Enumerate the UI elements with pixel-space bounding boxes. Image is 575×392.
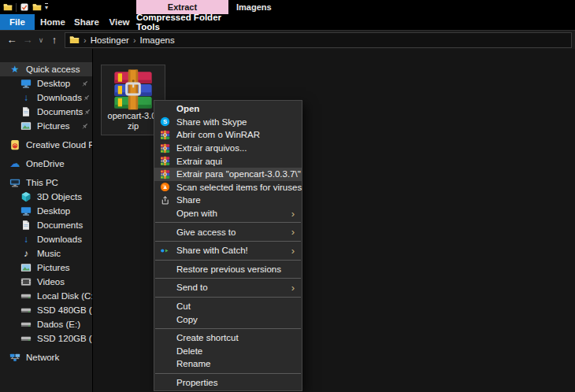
menu-item-label: Delete [176,346,202,356]
sidebar-item-quick-access[interactable]: ★ Quick access [0,62,92,76]
blank-icon-slot [159,282,171,294]
drive-icon [20,305,32,316]
menu-item-share[interactable]: Share [154,194,302,207]
menu-item-send-to[interactable]: Send to › [154,281,302,294]
catch-icon [159,245,171,257]
blank-icon-slot [159,226,171,238]
back-button[interactable]: ← [5,34,19,46]
customize-qat-dropdown-icon[interactable]: ▾ [45,3,48,11]
menu-item-share-with-catch[interactable]: Share with Catch! › [154,244,302,257]
sidebar-item-label: Local Disk (C:) [37,291,93,301]
sidebar-item-this-pc[interactable]: This PC [0,176,92,190]
tab-home[interactable]: Home [35,14,71,30]
forward-button[interactable]: → [20,34,35,46]
menu-item-share-with-skype[interactable]: Share with Skype [154,116,302,129]
window-title: Imagens [236,0,272,14]
menu-item-cut[interactable]: Cut [154,300,302,313]
menu-item-delete[interactable]: Delete [154,345,302,358]
sidebar-item-label: 3D Objects [37,192,89,202]
sidebar-item-local-disk-c[interactable]: Local Disk (C:) [0,289,92,303]
menu-item-rename[interactable]: Rename [154,357,302,371]
properties-check-icon[interactable] [20,2,29,12]
sidebar-item-label: Pictures [37,121,80,131]
breadcrumb-imagens[interactable]: Imagens [140,35,175,45]
sidebar-item-documents[interactable]: Documents [0,218,92,232]
menu-item-abrir-com-winrar[interactable]: Abrir com o WinRAR [154,128,302,142]
sidebar-item-pictures-pinned[interactable]: Pictures [0,119,92,133]
skype-icon [159,116,171,128]
sidebar-item-downloads-pinned[interactable]: ↓ Downloads [0,91,92,105]
blank-icon-slot [159,313,171,325]
menu-item-extrair-para-opencart[interactable]: Extrair para "opencart-3.0.3.7\" [154,168,302,181]
file-name-line2: zip [128,121,139,131]
sidebar-item-onedrive[interactable]: ☁ OneDrive [0,157,92,171]
up-button[interactable]: ↑ [47,34,61,46]
sidebar-item-ssd-480gb-d[interactable]: SSD 480GB (D:) [0,303,92,317]
menu-item-extrair-aqui[interactable]: Extrair aqui [154,154,302,168]
menu-item-label: Properties [176,378,217,387]
sidebar-item-documents-pinned[interactable]: Documents [0,105,92,119]
menu-item-copy[interactable]: Copy [154,312,302,326]
breadcrumb-hostinger[interactable]: Hostinger [91,35,129,45]
sidebar-item-label: Pictures [37,263,89,272]
chevron-right-icon: › [83,35,87,45]
winrar-icon [159,168,171,180]
address-input[interactable]: › Hostinger › Imagens [65,32,572,48]
pin-icon [83,108,91,116]
drive-icon [20,319,32,330]
avast-icon [159,181,171,193]
menu-item-scan-selected-items-for-viruses[interactable]: Scan selected items for viruses [154,181,302,194]
sidebar-item-pictures[interactable]: Pictures [0,261,92,275]
sidebar-item-music[interactable]: ♪ Music [0,246,92,261]
menu-item-extrair-arquivos[interactable]: Extrair arquivos... [154,142,302,155]
chevron-right-icon: › [291,209,295,219]
share-icon [159,194,171,206]
divider [16,3,17,12]
sidebar-item-label: SSD 480GB (D:) [37,305,93,315]
sidebar-item-desktop-pinned[interactable]: Desktop [0,76,92,91]
menu-item-label: Create shortcut [176,333,239,342]
sidebar-item-desktop[interactable]: Desktop [0,204,92,218]
tab-file[interactable]: File [0,14,35,30]
recent-locations-dropdown-icon[interactable]: ∨ [36,36,46,44]
winrar-archive-icon [111,67,155,111]
blank-icon-slot [159,263,171,275]
music-note-icon: ♪ [20,248,32,259]
sidebar-item-creative-cloud-files[interactable]: Creative Cloud Files [0,138,92,152]
menu-item-open-with[interactable]: Open with › [154,207,302,220]
sidebar-item-label: Downloads [37,93,82,102]
menu-item-give-access-to[interactable]: Give access to › [154,225,302,239]
folder-icon[interactable] [3,2,13,12]
menu-item-label: Share with Skype [176,117,247,127]
sidebar-item-label: Network [26,353,89,362]
winrar-icon [159,155,171,167]
blank-icon-slot [159,332,171,344]
new-folder-icon[interactable] [32,2,42,12]
sidebar-item-ssd-120gb-f[interactable]: SSD 120GB (F:) [0,331,92,346]
blank-icon-slot [159,208,171,220]
menu-separator [155,278,301,279]
menu-item-restore-previous-versions[interactable]: Restore previous versions [154,263,302,276]
sidebar-item-dados-e[interactable]: Dados (E:) [0,317,92,331]
chevron-right-icon: › [291,227,295,237]
menu-item-open[interactable]: Open [154,102,302,116]
sidebar-item-3d-objects[interactable]: 3D Objects [0,190,92,204]
blank-icon-slot [159,345,171,357]
contextual-tab-extract[interactable]: Extract [136,0,228,14]
sidebar-item-downloads[interactable]: ↓ Downloads [0,232,92,246]
context-menu: Open Share with Skype Abrir com o WinRAR… [154,100,302,391]
sidebar-item-label: Dados (E:) [37,320,89,329]
pictures-icon [20,262,32,273]
tab-compressed-folder-tools[interactable]: Compressed Folder Tools [136,14,228,30]
sidebar-item-videos[interactable]: Videos [0,275,92,289]
tab-view[interactable]: View [102,14,136,30]
winrar-icon [159,142,171,154]
menu-item-properties[interactable]: Properties [154,376,302,390]
tab-share[interactable]: Share [71,14,102,30]
address-bar: ← → ∨ ↑ › Hostinger › Imagens [0,30,575,49]
menu-item-label: Open with [176,209,217,218]
menu-item-create-shortcut[interactable]: Create shortcut [154,331,302,345]
sidebar-item-label: Music [37,249,89,258]
sidebar-item-network[interactable]: Network [0,350,92,364]
chevron-right-icon: › [291,283,295,293]
